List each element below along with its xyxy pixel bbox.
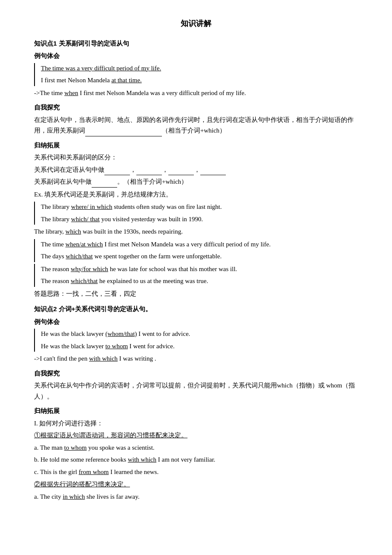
sentence-6: The reason why/for which he was late for…	[41, 264, 358, 275]
section2-subsection1: 例句体会	[34, 316, 358, 327]
sentence-5: The days which/that we spent together on…	[41, 251, 358, 262]
ex-title: Ex. 填关系代词还是关系副词，并总结规律方法。	[34, 189, 358, 200]
example1-result: ->The time when I first met Nelson Mande…	[34, 88, 358, 99]
example1-line2: I first met Nelson Mandela at that time.	[41, 75, 358, 86]
sentence-7: The reason which/that he explained to us…	[41, 276, 358, 287]
s2-guina-sentence-b: b. He told me some reference books with …	[34, 454, 358, 465]
subsection1-title: 例句体会	[34, 50, 358, 61]
s2-example-line1: He was the black lawyer (whom/that) I we…	[41, 329, 358, 340]
s2-guina-sentence-a: a. The man to whom you spoke was a scien…	[34, 442, 358, 454]
sentence-4: The time when/at which I first met Nelso…	[41, 239, 358, 250]
section1-title: 知识点1 关系副词引导的定语从句	[34, 38, 358, 49]
guina-title: 归纳拓展	[34, 140, 358, 151]
guina-line2: 关系代词在定语从句中做，，，	[34, 165, 358, 176]
s2-zitan-title: 自我探究	[34, 368, 358, 379]
dati-text: 答题思路：一找，二代，三看，四定	[34, 289, 358, 300]
page-title: 知识讲解	[34, 17, 358, 30]
example1-line1: The time was a very difficult period of …	[41, 63, 358, 74]
sentence-2: The library which/ that you visited yest…	[41, 214, 358, 225]
guina-line3: 关系副词在从句中做。（相当于介词+which）	[34, 176, 358, 188]
s2-guina-rule2: ②根据先行词的搭配习惯来决定。	[34, 479, 358, 490]
s2-guina-sentence-c: c. This is the girl from whom I learned …	[34, 467, 358, 478]
s2-guina-rule1: ①根据定语从句谓语动词，形容词的习惯搭配来决定。	[34, 430, 358, 441]
sentence-1: The library where/ in which students oft…	[41, 202, 358, 213]
s2-guina-title: 归纳拓展	[34, 405, 358, 416]
section2-title: 知识点2 介词+关系代词引导的定语从句。	[34, 304, 358, 315]
zitan-text: 在定语从句中，当表示时间、地点、原因的名词作先行词时，且先行词在定语从句中作状语…	[34, 115, 358, 136]
s2-example-result: ->I can't find the pen with which I was …	[34, 353, 358, 364]
sentence-3: The library, which was built in the 1930…	[34, 226, 358, 237]
zitan-title: 自我探究	[34, 102, 358, 113]
s2-guina-line0: I. 如何对介词进行选择：	[34, 418, 358, 429]
guina-line1: 关系代词和关系副词的区分：	[34, 152, 358, 163]
s2-zitan-text: 关系代词在从句中作介词的宾语时，介词常可以提前，但介词提前时，关系代词只能用wh…	[34, 380, 358, 402]
s2-example-line2: He was the black lawyer to whom I went f…	[41, 341, 358, 352]
s2-guina-sentence-d: a. The city in which she lives is far aw…	[34, 491, 358, 503]
